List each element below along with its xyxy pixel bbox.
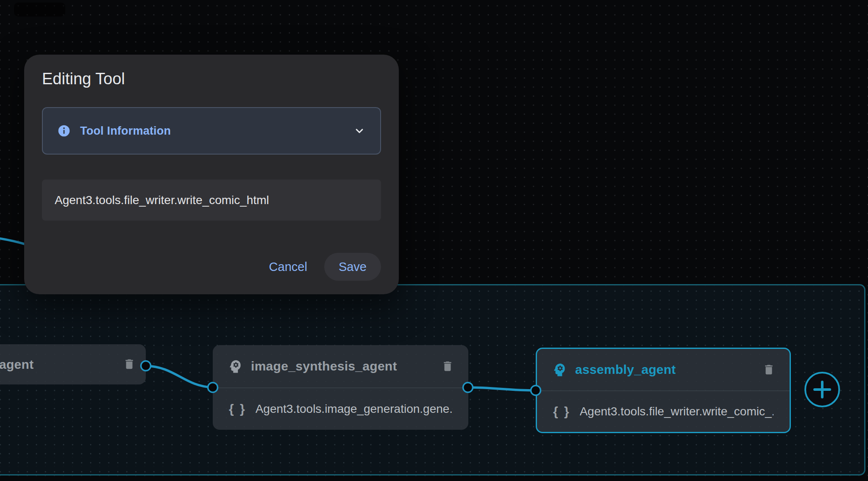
chevron-down-icon[interactable] <box>353 124 366 137</box>
plus-icon <box>812 380 832 399</box>
canvas-dark-patch <box>14 3 65 17</box>
modal-actions: Cancel Save <box>257 253 381 281</box>
node-header: image_synthesis_agent <box>213 345 468 387</box>
node-header: assembly_agent <box>537 349 790 390</box>
node-image-synthesis-agent[interactable]: image_synthesis_agent { } Agent3.tools.i… <box>213 345 468 430</box>
section-label: Tool Information <box>80 124 171 138</box>
trash-icon[interactable] <box>762 363 775 376</box>
cancel-button[interactable]: Cancel <box>257 253 319 281</box>
braces-icon: { } <box>553 404 570 419</box>
tool-row[interactable]: { } Agent3.tools.file_writer.write_comic… <box>537 391 790 432</box>
tool-name: Agent3.tools.image_generation.gene... <box>256 402 452 416</box>
edge-offscreen-left <box>0 238 27 245</box>
info-icon <box>57 124 71 138</box>
braces-icon: { } <box>229 402 246 416</box>
editing-tool-modal: Editing Tool Tool Information Cancel Sav… <box>24 55 399 294</box>
node-title: image_synthesis_agent <box>251 359 397 373</box>
tool-name-input[interactable] <box>42 180 381 221</box>
add-node-button[interactable] <box>804 372 840 407</box>
node-title: agent <box>0 357 34 372</box>
node-agent-partial[interactable]: agent <box>0 344 146 384</box>
node-agent-header: agent <box>0 344 146 384</box>
node-title: assembly_agent <box>575 362 676 377</box>
tool-name: Agent3.tools.file_writer.write_comic_... <box>580 405 773 418</box>
save-button[interactable]: Save <box>324 253 381 281</box>
psychology-head-gear-icon <box>551 362 568 378</box>
tool-row[interactable]: { } Agent3.tools.image_generation.gene..… <box>213 388 468 430</box>
modal-title: Editing Tool <box>42 70 125 88</box>
trash-icon[interactable] <box>123 358 136 370</box>
tool-information-section-header[interactable]: Tool Information <box>42 107 381 155</box>
node-assembly-agent[interactable]: assembly_agent { } Agent3.tools.file_wri… <box>536 348 791 433</box>
psychology-head-gear-icon <box>227 358 243 374</box>
trash-icon[interactable] <box>441 360 454 373</box>
workflow-canvas[interactable]: agent image_synthesis_agent { } Agent3.t… <box>0 0 868 481</box>
